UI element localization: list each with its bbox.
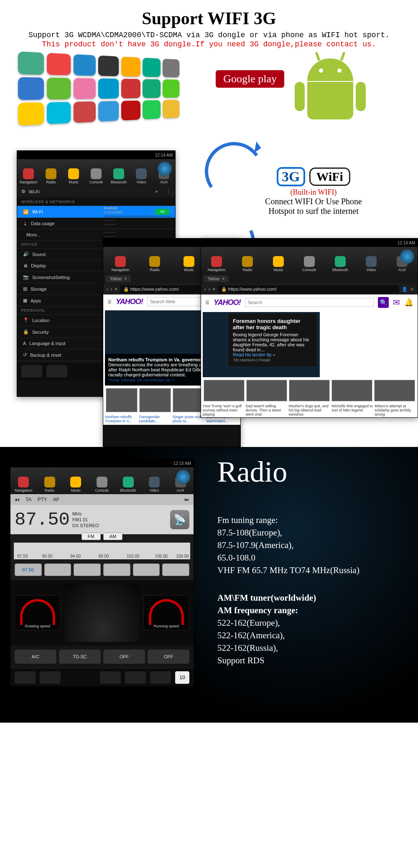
- close-icon[interactable]: ×: [222, 277, 224, 281]
- thumb[interactable]: [106, 388, 138, 412]
- launcher-item[interactable]: Navigation: [13, 477, 33, 492]
- thumb-caption[interactable]: Michelle Wie engaged to son of NBA legen…: [331, 404, 373, 416]
- wifi-network[interactable]: KrandoConnected: [104, 204, 171, 216]
- thumb[interactable]: [246, 380, 287, 401]
- wifi-network[interactable]: ——————: [104, 216, 171, 228]
- launcher-item[interactable]: Music: [268, 256, 288, 272]
- launcher-item[interactable]: Navigation: [110, 256, 130, 272]
- tuning-ruler[interactable]: 87.50 90.00 94.00 98.00 102.00 106.00 10…: [14, 543, 190, 559]
- thumb-caption[interactable]: Singer posts nude photo to...: [173, 415, 205, 423]
- preset-button[interactable]: [74, 563, 101, 576]
- menu-icon[interactable]: ⋮: [166, 189, 171, 194]
- nav-key[interactable]: [150, 671, 171, 684]
- back-icon[interactable]: ‹: [107, 287, 108, 292]
- pty-button[interactable]: PTY: [37, 497, 47, 503]
- launcher-item[interactable]: Bluetooth: [109, 168, 129, 184]
- close-icon[interactable]: ×: [115, 287, 117, 292]
- preset-button[interactable]: [44, 563, 71, 576]
- thumb-caption[interactable]: Musher's dogs quit, and his big Iditarod…: [289, 404, 330, 416]
- thumb[interactable]: [331, 380, 372, 401]
- ac-bar: A/C TD-SC OFF OFF: [10, 645, 194, 668]
- wifi-icon: WiFi: [309, 168, 350, 186]
- prev-icon[interactable]: ⏮: [15, 497, 20, 503]
- launcher-item[interactable]: Music: [66, 477, 86, 492]
- menu-icon[interactable]: ☰: [205, 300, 209, 305]
- power-icon[interactable]: [158, 162, 172, 176]
- ac-button[interactable]: OFF: [103, 650, 145, 664]
- browser-tab[interactable]: Yahoo×: [204, 275, 229, 282]
- thumb-caption[interactable]: Milano's attempt at solidarity goes terr…: [375, 404, 416, 416]
- forward-icon[interactable]: ›: [209, 287, 210, 292]
- ac-button[interactable]: OFF: [148, 650, 189, 664]
- nav-key[interactable]: [100, 671, 121, 684]
- antenna-icon[interactable]: 📡: [170, 510, 189, 529]
- launcher-item[interactable]: Radio: [237, 256, 257, 272]
- thumb[interactable]: [173, 388, 204, 412]
- power-icon[interactable]: [176, 470, 190, 484]
- bell-icon[interactable]: 🔔: [404, 298, 413, 307]
- next-icon[interactable]: ⏭: [184, 497, 189, 503]
- wifi-panel-header: ⚙ Wi-Fi ＋ ⋮: [17, 186, 175, 197]
- preset-button[interactable]: [133, 563, 160, 576]
- ac-button[interactable]: A/C: [15, 650, 56, 664]
- close-icon[interactable]: ×: [212, 287, 215, 292]
- search-input[interactable]: [245, 298, 374, 307]
- launcher-item[interactable]: Bluetooth: [330, 256, 350, 272]
- thumb[interactable]: [204, 380, 245, 401]
- launcher-item[interactable]: Video: [131, 168, 151, 184]
- radio-top-controls: ⏮ TA PTY AF ⏭: [10, 494, 194, 505]
- back-icon[interactable]: ‹: [204, 287, 206, 292]
- gear-icon: ⚙: [21, 189, 25, 194]
- account-icon[interactable]: 👤: [402, 287, 408, 292]
- preset-button[interactable]: 87.50: [15, 563, 42, 576]
- mail-icon[interactable]: ✉: [393, 297, 400, 307]
- search-button[interactable]: 🔍: [378, 297, 389, 308]
- nav-home-icon[interactable]: [21, 365, 42, 378]
- launcher-item[interactable]: Video: [144, 477, 164, 492]
- launcher-item[interactable]: Radio: [40, 477, 60, 492]
- hero-link[interactable]: Read his tender tip »: [233, 352, 275, 357]
- launcher-item[interactable]: Navigation: [206, 256, 227, 272]
- browser-tab[interactable]: Yahoo×: [106, 275, 131, 282]
- launcher-item[interactable]: Music: [64, 168, 84, 184]
- launcher-item[interactable]: Console: [299, 256, 319, 272]
- nav-home-icon[interactable]: [15, 671, 36, 684]
- thumb-caption[interactable]: Dad wasn't selling donuts. Then a tweet …: [246, 404, 287, 416]
- launcher-item[interactable]: Console: [92, 477, 112, 492]
- ac-button[interactable]: TD-SC: [59, 650, 101, 664]
- volume-value[interactable]: 10: [175, 671, 189, 684]
- nav-key[interactable]: [125, 671, 146, 684]
- menu-icon[interactable]: ☰: [107, 299, 112, 305]
- thumb-caption[interactable]: Northam rebuffs Trumpism in V...: [105, 415, 137, 423]
- thumb[interactable]: [289, 380, 330, 401]
- power-icon[interactable]: [400, 249, 414, 264]
- launcher-item[interactable]: Navigation: [18, 168, 38, 184]
- ta-button[interactable]: TA: [25, 497, 31, 503]
- preset-button[interactable]: [103, 563, 130, 576]
- preset-button[interactable]: [162, 563, 189, 576]
- hero-article[interactable]: Foreman honors daughter after her tragic…: [203, 312, 320, 377]
- launcher-item[interactable]: Radio: [145, 256, 165, 272]
- forward-icon[interactable]: ›: [111, 287, 112, 292]
- url-field[interactable]: 🔒 https://www.yahoo.com/: [218, 285, 399, 293]
- launcher-bar: Navigation Radio Music Console Bluetooth…: [10, 467, 194, 494]
- fm-button[interactable]: FM: [82, 533, 101, 540]
- builtin-label: (Built-in WIFI): [251, 188, 376, 197]
- bookmark-icon[interactable]: ☆: [410, 287, 414, 292]
- nav-key[interactable]: [46, 365, 67, 378]
- am-button[interactable]: AM: [103, 533, 123, 540]
- thumb-caption[interactable]: Transgender candidate...: [139, 415, 171, 423]
- thumb[interactable]: [139, 388, 171, 412]
- nav-key[interactable]: [40, 671, 61, 684]
- thumb[interactable]: [374, 380, 415, 401]
- add-network-icon[interactable]: ＋: [154, 188, 159, 195]
- launcher-item[interactable]: Radio: [41, 168, 61, 184]
- hero-link[interactable]: Trump: Gillespie 'did not embrace me' »: [108, 378, 174, 382]
- close-icon[interactable]: ×: [124, 277, 127, 281]
- launcher-item[interactable]: Video: [361, 256, 381, 272]
- launcher-item[interactable]: Console: [86, 168, 106, 184]
- launcher-item[interactable]: Music: [179, 256, 199, 272]
- thumb-caption[interactable]: How Trump 'won' a golf tourney without e…: [203, 404, 244, 416]
- launcher-item[interactable]: Bluetooth: [118, 477, 138, 492]
- af-button[interactable]: AF: [53, 497, 59, 503]
